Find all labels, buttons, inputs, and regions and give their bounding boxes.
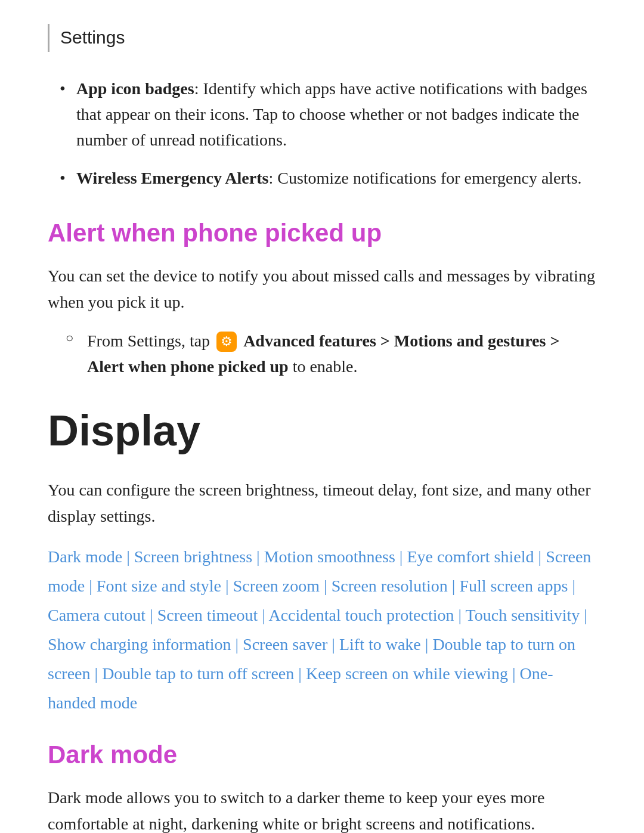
link-screen-timeout[interactable]: Screen timeout: [157, 606, 258, 624]
bullet-app-icon-badges: App icon badges: Identify which apps hav…: [60, 76, 596, 153]
bullet-app-icon-badges-bold: App icon badges: [76, 79, 194, 98]
sep6: |: [221, 577, 233, 595]
link-keep-screen-on[interactable]: Keep screen on while viewing: [306, 664, 508, 683]
link-camera-cutout[interactable]: Camera cutout: [48, 606, 145, 624]
alert-section: Alert when phone picked up You can set t…: [48, 213, 596, 380]
display-para: You can configure the screen brightness,…: [48, 477, 596, 529]
sep3: |: [395, 547, 407, 566]
link-full-screen-apps[interactable]: Full screen apps: [459, 577, 568, 595]
link-screen-zoom[interactable]: Screen zoom: [233, 577, 320, 595]
sep7: |: [320, 577, 332, 595]
link-show-charging[interactable]: Show charging information: [48, 635, 231, 654]
link-screen-saver[interactable]: Screen saver: [243, 635, 327, 654]
sep11: |: [258, 606, 268, 624]
link-dark-mode[interactable]: Dark mode: [48, 547, 122, 566]
sep15: |: [327, 635, 339, 654]
display-heading: Display: [48, 398, 596, 465]
bullet-wireless-emergency-text: : Customize notifications for emergency …: [268, 169, 581, 187]
sep14: |: [231, 635, 243, 654]
link-font-size-style[interactable]: Font size and style: [97, 577, 221, 595]
page-container: Settings App icon badges: Identify which…: [0, 0, 644, 833]
link-eye-comfort-shield[interactable]: Eye comfort shield: [407, 547, 534, 566]
link-lift-to-wake[interactable]: Lift to wake: [339, 635, 421, 654]
alert-circle-item-start: From Settings, tap: [87, 332, 214, 350]
dark-mode-para: Dark mode allows you to switch to a dark…: [48, 785, 596, 833]
sep12: |: [454, 606, 465, 624]
sep2: |: [252, 547, 264, 566]
bullet-wireless-emergency-bold: Wireless Emergency Alerts: [76, 169, 268, 187]
display-section: Display You can configure the screen bri…: [48, 398, 596, 717]
link-double-tap-off[interactable]: Double tap to turn off screen: [102, 664, 294, 683]
link-accidental-touch[interactable]: Accidental touch protection: [268, 606, 454, 624]
sep13: |: [580, 606, 587, 624]
top-bullets-list: App icon badges: Identify which apps hav…: [48, 76, 596, 191]
advanced-features-icon: [216, 332, 237, 352]
link-screen-brightness[interactable]: Screen brightness: [134, 547, 252, 566]
dark-mode-section: Dark mode Dark mode allows you to switch…: [48, 735, 596, 833]
sep10: |: [145, 606, 157, 624]
link-touch-sensitivity[interactable]: Touch sensitivity: [466, 606, 580, 624]
link-screen-resolution[interactable]: Screen resolution: [332, 577, 448, 595]
sep17: |: [91, 664, 103, 683]
settings-header: Settings: [48, 24, 596, 52]
sep1: |: [122, 547, 134, 566]
sep9: |: [568, 577, 575, 595]
sep19: |: [508, 664, 520, 683]
sep18: |: [294, 664, 306, 683]
settings-title: Settings: [60, 27, 125, 47]
sep16: |: [421, 635, 433, 654]
alert-circle-item-end: to enable.: [293, 357, 358, 376]
sep8: |: [448, 577, 460, 595]
sep5: |: [85, 577, 97, 595]
bullet-wireless-emergency: Wireless Emergency Alerts: Customize not…: [60, 165, 596, 191]
link-motion-smoothness[interactable]: Motion smoothness: [264, 547, 395, 566]
dark-mode-heading: Dark mode: [48, 735, 596, 774]
alert-section-heading: Alert when phone picked up: [48, 213, 596, 252]
alert-section-para: You can set the device to notify you abo…: [48, 263, 596, 315]
alert-circle-list: From Settings, tap Advanced features > M…: [48, 328, 596, 380]
sep4: |: [534, 547, 546, 566]
alert-circle-item: From Settings, tap Advanced features > M…: [66, 328, 596, 380]
display-links-block: Dark mode | Screen brightness | Motion s…: [48, 542, 596, 717]
